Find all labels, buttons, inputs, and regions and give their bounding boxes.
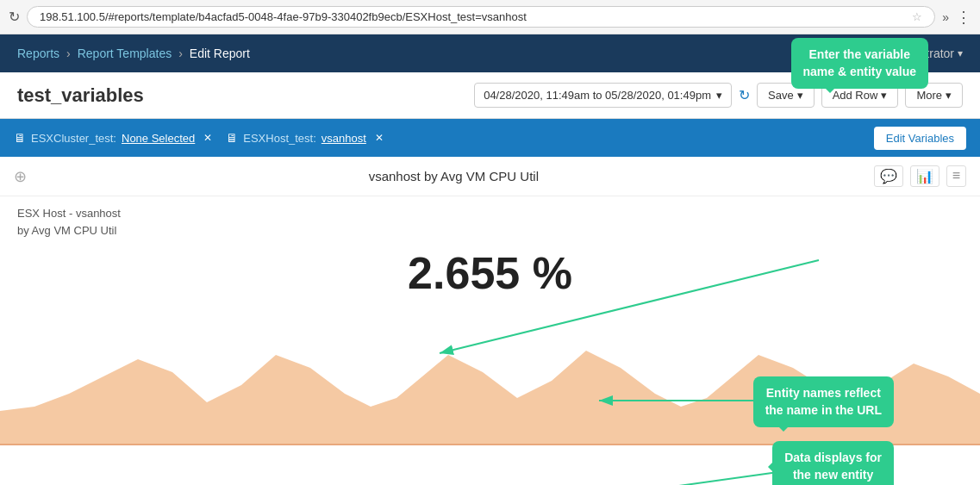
widget-chart-icon[interactable]: 📊 bbox=[910, 165, 939, 187]
esxcluster-chip-close-icon[interactable]: ✕ bbox=[203, 132, 212, 144]
more-dropdown-icon[interactable]: ▾ bbox=[946, 89, 952, 102]
browser-chrome: ↻ 198.51.100.5/#reports/template/b4acfad… bbox=[0, 0, 980, 34]
expand-icon[interactable]: » bbox=[942, 10, 949, 24]
tooltip-var-line1: Enter the variable bbox=[809, 47, 911, 61]
widget-drag-handle-icon[interactable]: ⊕ bbox=[14, 167, 27, 186]
breadcrumb-sep1: › bbox=[66, 47, 71, 60]
breadcrumb-reports-link[interactable]: Reports bbox=[17, 47, 59, 60]
bookmark-star-icon[interactable]: ☆ bbox=[912, 10, 922, 23]
add-row-dropdown-icon[interactable]: ▾ bbox=[881, 89, 887, 102]
esxcluster-chip-name: ESXCluster_test: bbox=[31, 132, 116, 145]
esxhost-chip-name: ESXHost_test: bbox=[243, 132, 316, 145]
refresh-icon[interactable]: ↻ bbox=[739, 87, 750, 103]
breadcrumb-sep2: › bbox=[178, 47, 183, 60]
esxhost-chip-close-icon[interactable]: ✕ bbox=[375, 132, 384, 144]
nav-user-dropdown-icon[interactable]: ▾ bbox=[958, 47, 963, 59]
widget-label: ESX Host - vsanhost by Avg VM CPU Util bbox=[17, 205, 963, 239]
esxcluster-chip-icon: 🖥 bbox=[14, 131, 26, 145]
widget-label-line2: by Avg VM CPU Util bbox=[17, 222, 963, 239]
variables-bar: 🖥 ESXCluster_test: None Selected ✕ 🖥 ESX… bbox=[0, 119, 980, 157]
esxcluster-chip-value[interactable]: None Selected bbox=[122, 132, 195, 145]
tooltip-variable-name: Enter the variable name & entity value bbox=[791, 38, 929, 89]
tooltip-data-line1: Data displays for bbox=[784, 451, 882, 464]
variable-chip-esxcluster: 🖥 ESXCluster_test: None Selected ✕ bbox=[14, 131, 212, 145]
tooltip-entity-names: Entity names reflect the name in the URL bbox=[753, 376, 894, 427]
tooltip-data-displays: Data displays for the new entity bbox=[772, 441, 894, 485]
save-dropdown-icon[interactable]: ▾ bbox=[797, 89, 803, 102]
tooltip-entity-line2: the name in the URL bbox=[765, 403, 882, 417]
widget-menu-icon[interactable]: ≡ bbox=[946, 165, 966, 187]
page-wrapper: ↻ 198.51.100.5/#reports/template/b4acfad… bbox=[0, 0, 980, 485]
esxhost-chip-value[interactable]: vsanhost bbox=[321, 132, 366, 145]
widget-big-value: 2.655 % bbox=[17, 247, 963, 299]
widget-comment-icon[interactable]: 💬 bbox=[874, 165, 903, 187]
widget-header: ⊕ vsanhost by Avg VM CPU Util 💬 📊 ≡ bbox=[0, 157, 980, 196]
date-range-arrow-icon: ▾ bbox=[716, 89, 722, 102]
breadcrumb-current: Edit Report bbox=[190, 47, 250, 60]
tooltip-data-line2: the new entity bbox=[793, 468, 873, 482]
content-area: ⊕ vsanhost by Avg VM CPU Util 💬 📊 ≡ ESX … bbox=[0, 157, 980, 485]
add-row-label: Add Row bbox=[833, 89, 878, 102]
report-title: test_variables bbox=[17, 84, 144, 107]
more-label: More bbox=[916, 89, 942, 102]
breadcrumb-templates-link[interactable]: Report Templates bbox=[78, 47, 172, 60]
save-label: Save bbox=[768, 89, 794, 102]
date-range-text: 04/28/2020, 11:49am to 05/28/2020, 01:49… bbox=[484, 89, 711, 102]
data-tooltip-arrow bbox=[629, 471, 784, 485]
breadcrumb: Reports › Report Templates › Edit Report bbox=[17, 47, 250, 60]
url-text: 198.51.100.5/#reports/template/b4acfad5-… bbox=[40, 10, 527, 23]
variable-chip-esxhost: 🖥 ESXHost_test: vsanhost ✕ bbox=[226, 131, 384, 145]
widget-content: ESX Host - vsanhost by Avg VM CPU Util 2… bbox=[0, 196, 980, 308]
address-bar[interactable]: 198.51.100.5/#reports/template/b4acfad5-… bbox=[27, 6, 935, 28]
widget-actions: 💬 📊 ≡ bbox=[874, 165, 966, 187]
browser-menu-icon[interactable]: ⋮ bbox=[956, 8, 971, 27]
edit-variables-button[interactable]: Edit Variables bbox=[874, 127, 966, 150]
browser-refresh-icon[interactable]: ↻ bbox=[9, 9, 20, 25]
widget-label-line1: ESX Host - vsanhost bbox=[17, 205, 963, 222]
date-range-picker[interactable]: 04/28/2020, 11:49am to 05/28/2020, 01:49… bbox=[474, 83, 732, 108]
tooltip-var-line2: name & entity value bbox=[803, 65, 917, 78]
esxhost-chip-icon: 🖥 bbox=[226, 131, 238, 145]
widget-title: vsanhost by Avg VM CPU Util bbox=[34, 169, 874, 183]
tooltip-entity-line1: Entity names reflect bbox=[766, 386, 881, 400]
